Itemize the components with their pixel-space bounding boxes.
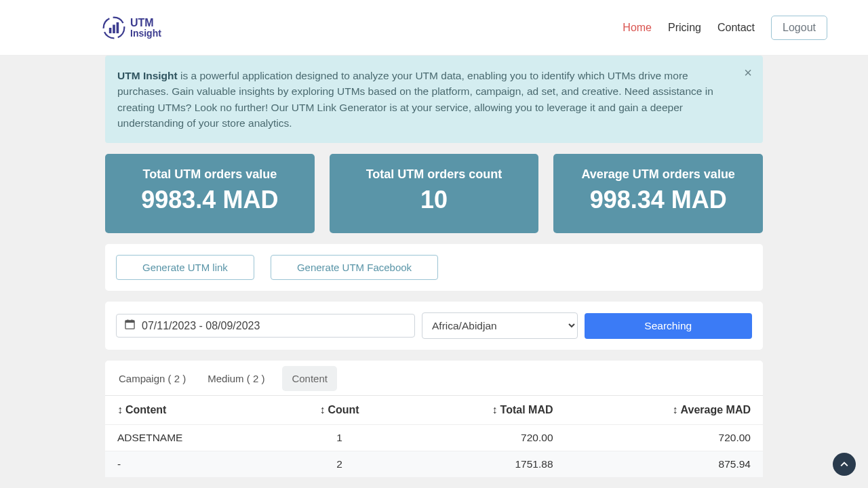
search-panel: 07/11/2023 - 08/09/2023 Africa/Abidjan S… [105, 302, 763, 350]
nav-home[interactable]: Home [623, 22, 652, 34]
stat-label: Total UTM orders value [112, 167, 308, 182]
tabs: Campaign ( 2 ) Medium ( 2 ) Content [105, 366, 763, 395]
stats-row: Total UTM orders value 9983.4 MAD Total … [105, 154, 763, 233]
results-panel: Campaign ( 2 ) Medium ( 2 ) Content ↕Con… [105, 361, 763, 477]
nav-contact[interactable]: Contact [717, 22, 755, 34]
stat-value: 998.34 MAD [560, 186, 756, 214]
chevron-up-icon [840, 460, 848, 468]
svg-rect-3 [117, 22, 119, 33]
stat-total-value: Total UTM orders value 9983.4 MAD [105, 154, 315, 233]
col-average[interactable]: ↕Average MAD [566, 396, 763, 425]
stat-label: Total UTM orders count [336, 167, 532, 182]
results-table: ↕Content ↕Count ↕Total MAD ↕Average MAD … [105, 395, 763, 477]
col-total[interactable]: ↕Total MAD [401, 396, 565, 425]
sort-icon: ↕ [673, 404, 678, 415]
generate-utm-link-button[interactable]: Generate UTM link [116, 255, 254, 280]
svg-rect-6 [127, 319, 129, 321]
svg-rect-1 [109, 28, 112, 33]
logo-text: UTM Insight [130, 18, 161, 38]
stat-label: Average UTM orders value [560, 167, 756, 182]
alert-brand: UTM Insight [117, 70, 178, 81]
calendar-icon [125, 319, 135, 332]
logo[interactable]: UTM Insight [102, 16, 161, 40]
scroll-to-top-button[interactable] [833, 453, 856, 476]
stat-avg-value: Average UTM orders value 998.34 MAD [553, 154, 763, 233]
date-range-input[interactable]: 07/11/2023 - 08/09/2023 [116, 314, 415, 338]
stat-value: 10 [336, 186, 532, 214]
cell-average: 720.00 [566, 425, 763, 451]
sort-icon: ↕ [319, 404, 325, 415]
cell-count: 1 [278, 425, 401, 451]
date-range-value: 07/11/2023 - 08/09/2023 [142, 320, 260, 332]
tab-medium[interactable]: Medium ( 2 ) [203, 367, 269, 390]
cell-content: - [105, 451, 278, 478]
info-alert: UTM Insight is a powerful application de… [105, 56, 763, 143]
svg-rect-7 [132, 319, 133, 321]
table-row: ADSETNAME 1 720.00 720.00 [105, 425, 763, 451]
top-navbar: UTM Insight Home Pricing Contact Logout [0, 0, 868, 56]
col-content[interactable]: ↕Content [105, 396, 278, 425]
stat-total-count: Total UTM orders count 10 [330, 154, 539, 233]
logo-icon [102, 16, 126, 40]
tab-content[interactable]: Content [282, 366, 337, 391]
svg-rect-5 [125, 321, 134, 323]
cell-total: 1751.88 [401, 451, 565, 478]
search-button[interactable]: Searching [585, 313, 753, 339]
main-nav: Home Pricing Contact Logout [623, 16, 827, 40]
close-icon[interactable]: × [744, 65, 752, 81]
generate-panel: Generate UTM link Generate UTM Facebook [105, 244, 763, 291]
nav-logout[interactable]: Logout [771, 16, 827, 40]
tab-campaign[interactable]: Campaign ( 2 ) [115, 367, 190, 390]
cell-total: 720.00 [401, 425, 565, 451]
alert-body: is a powerful application designed to an… [117, 70, 713, 129]
svg-rect-2 [113, 24, 115, 33]
timezone-select[interactable]: Africa/Abidjan [422, 312, 578, 339]
table-row: - 2 1751.88 875.94 [105, 451, 763, 478]
sort-icon: ↕ [492, 404, 498, 415]
nav-pricing[interactable]: Pricing [668, 22, 701, 34]
sort-icon: ↕ [117, 404, 123, 415]
col-count[interactable]: ↕Count [278, 396, 401, 425]
generate-utm-facebook-button[interactable]: Generate UTM Facebook [271, 255, 438, 280]
cell-average: 875.94 [566, 451, 763, 478]
cell-count: 2 [278, 451, 401, 478]
cell-content: ADSETNAME [105, 425, 278, 451]
stat-value: 9983.4 MAD [112, 186, 308, 214]
